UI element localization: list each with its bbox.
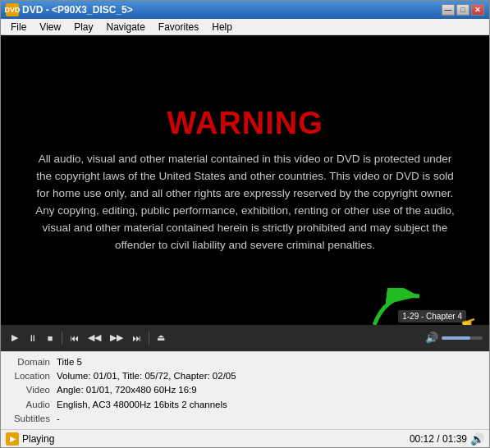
status-time: 00:12 / 01:39 [410, 433, 467, 445]
warning-screen: WARNING All audio, visual and other mate… [1, 35, 489, 325]
menu-bar: File View Play Navigate Favorites Help [1, 19, 489, 35]
subtitles-label: Subtitles [7, 412, 57, 426]
menu-play[interactable]: Play [67, 20, 99, 34]
stop-button[interactable]: ■ [43, 329, 57, 347]
window-title: DVD - <P90X3_DISC_5> [22, 4, 442, 16]
menu-navigate[interactable]: Navigate [99, 20, 151, 34]
maximize-button[interactable]: □ [456, 4, 469, 16]
location-label: Location [7, 369, 57, 383]
status-bar: ▶ Playing 00:12 / 01:39 🔊 [1, 429, 489, 447]
subtitles-value: - [57, 412, 60, 426]
volume-area: 🔊 [425, 331, 483, 344]
domain-value: Title 5 [57, 355, 82, 369]
menu-view[interactable]: View [33, 20, 67, 34]
status-state: Playing [22, 433, 410, 445]
info-row-domain: Domain Title 5 [7, 355, 483, 369]
arrow-overlay [370, 288, 436, 325]
rewind-button[interactable]: ◀◀ [85, 329, 104, 347]
title-bar: DVD DVD - <P90X3_DISC_5> — □ ✕ [1, 1, 489, 19]
domain-label: Domain [7, 355, 57, 369]
prev-chapter-button[interactable]: ⏮ [66, 329, 82, 347]
audio-value: English, AC3 48000Hz 16bits 2 channels [57, 398, 227, 412]
next-chapter-button[interactable]: ⏭ [129, 329, 144, 347]
location-value: Volume: 01/01, Title: 05/72, Chapter: 02… [57, 369, 236, 383]
audio-label: Audio [7, 398, 57, 412]
status-volume-icon: 🔊 [470, 432, 484, 446]
video-value: Angle: 01/01, 720x480 60Hz 16:9 [57, 383, 197, 397]
menu-favorites[interactable]: Favorites [152, 20, 205, 34]
app-icon: DVD [6, 3, 19, 16]
pause-button[interactable]: ⏸ [25, 329, 40, 347]
eject-button[interactable]: ⏏ [153, 329, 168, 347]
warning-title: WARNING [167, 106, 323, 141]
info-row-video: Video Angle: 01/01, 720x480 60Hz 16:9 [7, 383, 483, 397]
close-button[interactable]: ✕ [471, 4, 484, 16]
volume-fill [442, 336, 470, 340]
warning-body: All audio, visual and other material con… [34, 151, 456, 254]
volume-icon: 🔊 [425, 331, 438, 344]
minimize-button[interactable]: — [442, 4, 455, 16]
info-panel: Domain Title 5 Location Volume: 01/01, T… [1, 351, 489, 429]
controls-bar: ▶ ⏸ ■ ⏮ ◀◀ ▶▶ ⏭ ⏏ 🔊 [1, 325, 489, 351]
video-label: Video [7, 383, 57, 397]
volume-track[interactable] [442, 336, 483, 340]
main-window: DVD DVD - <P90X3_DISC_5> — □ ✕ File View… [0, 0, 490, 448]
info-row-subtitles: Subtitles - [7, 412, 483, 426]
separator-1 [62, 331, 62, 345]
menu-file[interactable]: File [4, 20, 33, 34]
fast-forward-button[interactable]: ▶▶ [107, 329, 126, 347]
window-controls: — □ ✕ [442, 4, 484, 16]
video-area[interactable]: WARNING All audio, visual and other mate… [1, 35, 489, 325]
play-button[interactable]: ▶ [7, 329, 22, 347]
menu-help[interactable]: Help [205, 20, 239, 34]
status-app-icon: ▶ [6, 432, 19, 446]
info-row-audio: Audio English, AC3 48000Hz 16bits 2 chan… [7, 398, 483, 412]
separator-2 [149, 331, 149, 345]
info-row-location: Location Volume: 01/01, Title: 05/72, Ch… [7, 369, 483, 383]
